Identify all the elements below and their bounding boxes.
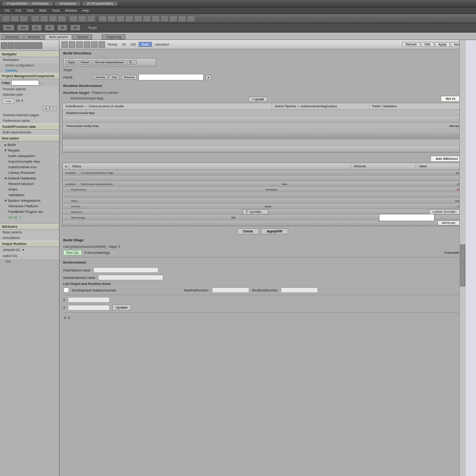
- toolbar-icon[interactable]: [69, 41, 75, 48]
- vertical-scrollbar[interactable]: [459, 40, 466, 476]
- sidebar-tag[interactable]: Y: [50, 106, 56, 111]
- add-button[interactable]: Add WBSelect: [430, 156, 463, 162]
- title-tab-2[interactable]: Workspace: [54, 1, 81, 6]
- pair-input2[interactable]: [281, 287, 318, 293]
- sidebar-switch[interactable]: switch=01: [0, 253, 59, 259]
- toolbar-icon[interactable]: [160, 15, 169, 22]
- sidebar-icon[interactable]: [8, 42, 14, 49]
- toolbar-icon[interactable]: [169, 15, 178, 22]
- toolbar-icon[interactable]: [78, 15, 86, 22]
- title-tab-3[interactable]: (C:\Projects\Main): [82, 1, 118, 6]
- sidebar-icon[interactable]: [1, 42, 7, 49]
- menu-window[interactable]: Window: [62, 9, 79, 12]
- sidebar-dropdown[interactable]: default=01▾: [0, 247, 59, 253]
- sidebar-item[interactable]: Selected path: [0, 92, 59, 98]
- toolbar-icon[interactable]: [87, 15, 95, 22]
- toolbar-icon[interactable]: [69, 15, 78, 22]
- tree-leaf[interactable]: Windows Platform: [2, 204, 57, 209]
- doc-tab[interactable]: Summary: [1, 34, 23, 40]
- toolbar-icon[interactable]: [125, 15, 133, 22]
- config-button-1[interactable]: Rel: [3, 25, 14, 31]
- sidebar-item[interactable]: Process options: [0, 86, 59, 92]
- sidebar-item[interactable]: General extension pages: [0, 112, 59, 118]
- action-apply[interactable]: Apply: [66, 60, 77, 65]
- action-more[interactable]: B…: [127, 60, 137, 65]
- action-preset[interactable]: Preset: [79, 60, 91, 65]
- toolbar-icon[interactable]: [61, 41, 68, 48]
- grid-row[interactable]: enabledCompile/optimization flagsstd: [63, 170, 463, 176]
- sidebar-item[interactable]: Build dependencies: [0, 130, 59, 135]
- grid-row[interactable]: Attribute: [63, 220, 463, 226]
- toolbar-apply[interactable]: Apply: [435, 42, 450, 47]
- pair-input[interactable]: [212, 287, 249, 293]
- sidebar-icon[interactable]: [29, 42, 35, 49]
- sidebar-item[interactable]: Workspace: [0, 57, 59, 63]
- menu-file[interactable]: File: [2, 9, 13, 12]
- tree-leaf[interactable]: Recent session: [2, 181, 57, 187]
- config-num[interactable]: 01: [32, 25, 42, 31]
- filter-input[interactable]: [11, 80, 39, 86]
- config-num[interactable]: 09: [70, 25, 80, 31]
- sidebar-item[interactable]: Base params: [0, 230, 59, 235]
- field-chevron-icon[interactable]: ▾: [205, 75, 212, 80]
- form-input[interactable]: [98, 275, 163, 280]
- sidebar-section[interactable]: Project Management/Components: [0, 73, 59, 79]
- rules-row[interactable]: [63, 139, 463, 146]
- filter-button[interactable]: …: [40, 81, 44, 85]
- field-btn[interactable]: Activate: [93, 75, 107, 79]
- rules-row[interactable]: [63, 146, 463, 152]
- grid-row[interactable]: [63, 176, 463, 181]
- menu-tools[interactable]: Tools: [49, 9, 62, 12]
- toolbar-refresh[interactable]: Refresh: [402, 42, 420, 47]
- toolbar-icon[interactable]: [11, 15, 19, 22]
- toolbar-icon[interactable]: [178, 15, 186, 22]
- toolbar-icon[interactable]: [116, 15, 125, 22]
- sidebar-icon[interactable]: [36, 42, 42, 49]
- toolbar-icon[interactable]: [187, 15, 195, 22]
- doc-tab[interactable]: Output log: [102, 34, 125, 40]
- sidebar-item[interactable]: Preferences cache: [0, 118, 59, 124]
- sidebar-link[interactable]: (details): [0, 68, 59, 73]
- tree-leaf[interactable]: FastBuild Plugins etc: [2, 209, 57, 215]
- apply-diff-button[interactable]: Apply/Diff: [261, 228, 288, 234]
- toolbar-icon[interactable]: [31, 15, 40, 22]
- tree-node[interactable]: ▾ Targets: [2, 148, 57, 153]
- toolbar-icon[interactable]: [49, 15, 57, 22]
- update-button[interactable]: I Update: [249, 97, 267, 102]
- sidebar-chip[interactable]: root: [3, 99, 14, 104]
- toolbar-icon[interactable]: [99, 41, 105, 48]
- rules-row[interactable]: Post-process config scriptElement: [63, 123, 463, 129]
- foot-btn[interactable]: Update: [112, 304, 131, 311]
- tree-node[interactable]: ▾ System Integrations: [2, 198, 57, 204]
- toolbar-icon[interactable]: [143, 15, 151, 22]
- toolbar-xml[interactable]: XML: [421, 42, 434, 47]
- grid-row[interactable]: runtimeloads~ 0: [63, 204, 463, 209]
- check-button[interactable]: Check: [237, 228, 259, 234]
- menu-build[interactable]: Build: [36, 9, 49, 12]
- field-btn[interactable]: Rename: [121, 75, 137, 79]
- field-input[interactable]: [139, 74, 204, 80]
- foot-input[interactable]: [68, 297, 110, 303]
- grid-inline-input[interactable]: [379, 214, 435, 221]
- tree-leaf[interactable]: Index: [2, 187, 57, 192]
- config-num[interactable]: 05: [45, 25, 55, 31]
- tree-leaf[interactable]: Library Resolver: [2, 170, 57, 176]
- form-checkbox[interactable]: [63, 287, 69, 293]
- sidebar-icon[interactable]: [22, 42, 28, 49]
- tree-leaf[interactable]: build/runtime env: [2, 165, 57, 170]
- grid-mid-btn[interactable]: F Update…: [243, 209, 268, 214]
- grid-row[interactable]: MetaDef: [63, 198, 463, 204]
- toolbar-icon[interactable]: [58, 15, 66, 22]
- grid-row[interactable]: Technology201: [63, 215, 463, 220]
- config-button-2[interactable]: x64: [17, 25, 29, 31]
- toolbar-icon[interactable]: [91, 41, 98, 48]
- menu-view[interactable]: View: [24, 9, 36, 12]
- toolbar-icon[interactable]: [76, 41, 83, 48]
- form-input[interactable]: [93, 267, 159, 273]
- sidebar-section[interactable]: Toolkit/Provision data: [0, 124, 59, 130]
- toolbar-icon[interactable]: [134, 15, 142, 22]
- toolbar-build[interactable]: Build: [139, 42, 152, 47]
- toolbar-icon[interactable]: [99, 15, 107, 22]
- sidebar-section[interactable]: New addon: [0, 135, 59, 141]
- toolbar-icon[interactable]: [107, 15, 116, 22]
